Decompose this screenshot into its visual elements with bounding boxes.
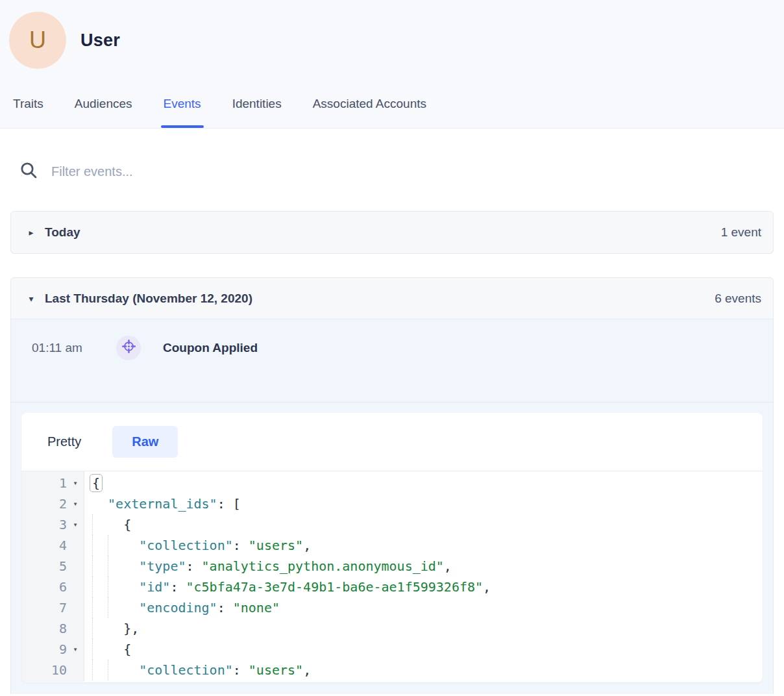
line-number: 5 <box>21 556 67 577</box>
code-line: 7"encoding": "none" <box>21 597 763 618</box>
line-number: 2 <box>21 493 67 514</box>
code-text: { <box>84 514 131 535</box>
code-text: { <box>84 639 131 660</box>
code-text: "type": "analytics_python.anonymous_id", <box>84 556 452 577</box>
code-text: "external_ids": [ <box>84 493 241 514</box>
fold-caret-icon[interactable]: ▾ <box>67 639 84 660</box>
event-row-coupon-applied[interactable]: 01:11 am Coupon Applied <box>11 319 773 403</box>
line-number: 9 <box>21 639 67 660</box>
chevron-down-icon[interactable]: ▾ <box>27 293 36 304</box>
tab-traits[interactable]: Traits <box>13 97 43 128</box>
tab-events[interactable]: Events <box>164 97 201 128</box>
code-line: 1▾{ <box>21 473 763 493</box>
tab-bar: TraitsAudiencesEventsIdentitiesAssociate… <box>13 97 426 128</box>
identity-row: U User <box>0 0 784 69</box>
code-line: 8}, <box>21 618 763 639</box>
line-number: 4 <box>21 535 67 556</box>
code-text: "id": "c5bfa47a-3e7d-49b1-ba6e-ae1f59932… <box>84 577 491 597</box>
payload-viewer-card: Pretty Raw 1▾{2▾"external_ids": [3▾{4"co… <box>21 413 763 682</box>
fold-caret-empty <box>67 597 84 618</box>
code-text: "collection": "users", <box>84 660 311 680</box>
event-badge <box>116 336 141 360</box>
line-number: 7 <box>21 597 67 618</box>
raw-json-editor[interactable]: 1▾{2▾"external_ids": [3▾{4"collection": … <box>21 471 763 682</box>
code-line: 6"id": "c5bfa47a-3e7d-49b1-ba6e-ae1f5993… <box>21 577 763 597</box>
code-line: 2▾"external_ids": [ <box>21 493 763 514</box>
code-text: "encoding": "none" <box>84 597 280 618</box>
group-header-today[interactable]: ▸ Today 1 event <box>11 212 773 253</box>
code-line: 4"collection": "users", <box>21 535 763 556</box>
group-header-last-thursday[interactable]: ▾ Last Thursday (November 12, 2020) 6 ev… <box>11 278 773 319</box>
fold-caret-empty <box>67 577 84 597</box>
group-title: Last Thursday (November 12, 2020) <box>45 292 252 306</box>
profile-header: U User TraitsAudiencesEventsIdentitiesAs… <box>0 0 784 129</box>
group-title: Today <box>45 225 80 240</box>
code-line: 5"type": "analytics_python.anonymous_id"… <box>21 556 763 577</box>
search-icon <box>19 161 38 182</box>
fold-caret-empty <box>67 660 84 680</box>
code-line: 9▾{ <box>21 639 763 660</box>
line-number: 8 <box>21 618 67 639</box>
event-time: 01:11 am <box>32 341 106 355</box>
chevron-right-icon[interactable]: ▸ <box>27 227 36 238</box>
page-title: User <box>80 31 120 51</box>
event-group-last-thursday: ▾ Last Thursday (November 12, 2020) 6 ev… <box>10 277 774 694</box>
tab-raw[interactable]: Raw <box>112 426 178 458</box>
avatar: U <box>9 12 66 69</box>
line-number: 6 <box>21 577 67 597</box>
event-group-today[interactable]: ▸ Today 1 event <box>10 211 774 254</box>
code-line: 10"collection": "users", <box>21 660 763 680</box>
tab-audiences[interactable]: Audiences <box>75 97 132 128</box>
fold-caret-empty <box>67 618 84 639</box>
event-row-inner: 01:11 am Coupon Applied <box>32 335 773 361</box>
line-number: 10 <box>21 660 67 680</box>
fold-caret-icon[interactable]: ▾ <box>67 514 84 535</box>
filter-row <box>19 161 784 182</box>
filter-events-input[interactable] <box>51 164 389 179</box>
event-payload: Pretty Raw 1▾{2▾"external_ids": [3▾{4"co… <box>11 403 773 694</box>
fold-caret-icon[interactable]: ▾ <box>67 493 84 514</box>
event-name: Coupon Applied <box>163 341 258 355</box>
code-line: 3▾{ <box>21 514 763 535</box>
code-text: }, <box>84 618 139 639</box>
fold-caret-icon[interactable]: ▾ <box>67 473 84 493</box>
payload-viewer-tabs: Pretty Raw <box>21 413 763 471</box>
tab-associated-accounts[interactable]: Associated Accounts <box>313 97 426 128</box>
line-number: 1 <box>21 473 67 493</box>
tab-pretty[interactable]: Pretty <box>47 434 81 449</box>
fold-caret-empty <box>67 556 84 577</box>
tab-identities[interactable]: Identities <box>232 97 282 128</box>
code-text: { <box>84 473 103 493</box>
line-number: 3 <box>21 514 67 535</box>
group-event-count: 6 events <box>715 292 761 306</box>
fold-caret-empty <box>67 535 84 556</box>
code-text: "collection": "users", <box>84 535 311 556</box>
target-icon <box>121 338 137 357</box>
group-event-count: 1 event <box>721 225 761 240</box>
